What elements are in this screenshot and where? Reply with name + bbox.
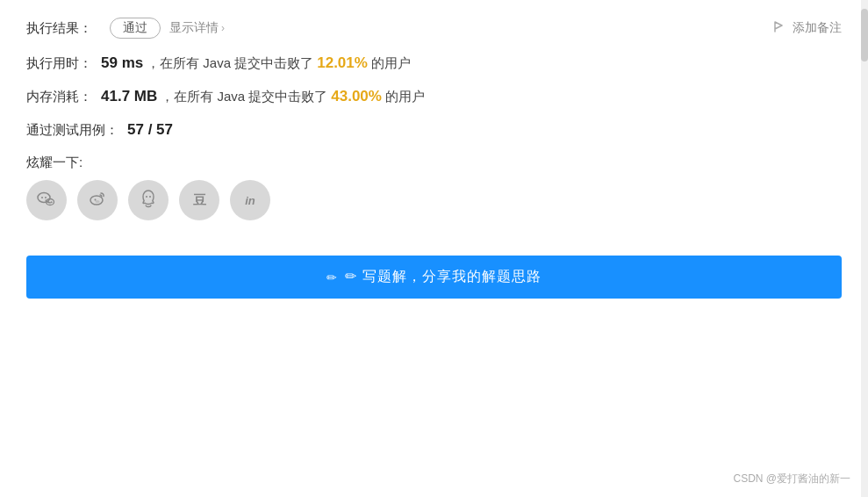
scrollbar-track[interactable] — [861, 0, 868, 497]
qq-share-button[interactable] — [128, 180, 169, 220]
execution-time-row: 执行用时： 59 ms ，在所有 Java 提交中击败了 12.01% 的用户 — [26, 54, 842, 72]
test-cases-row: 通过测试用例： 57 / 57 — [26, 121, 842, 139]
test-cases-value: 57 / 57 — [127, 121, 173, 139]
execution-time-value: 59 ms — [101, 54, 143, 72]
wechat-share-button[interactable] — [26, 180, 67, 220]
share-icons-row: 豆 in — [26, 180, 842, 220]
svg-point-10 — [149, 196, 151, 198]
svg-point-2 — [45, 197, 47, 198]
weibo-share-button[interactable] — [77, 180, 118, 220]
svg-point-5 — [51, 201, 53, 203]
memory-middle: ，在所有 Java 提交中击败了 — [161, 89, 327, 105]
add-note-text: 添加备注 — [793, 20, 842, 36]
douban-icon: 豆 — [193, 192, 206, 209]
memory-suffix: 的用户 — [385, 89, 425, 105]
footer-credit: CSDN @爱打酱油的新一 — [733, 472, 850, 486]
svg-point-4 — [48, 201, 50, 203]
wechat-icon — [37, 189, 56, 212]
svg-point-0 — [38, 192, 50, 202]
chevron-right-icon: › — [221, 22, 225, 34]
linkedin-share-button[interactable]: in — [230, 180, 270, 220]
show-detail-text: 显示详情 — [169, 20, 219, 36]
show-detail-link[interactable]: 显示详情 › — [169, 20, 225, 36]
result-left: 执行结果： 通过 显示详情 › — [26, 18, 225, 39]
memory-row: 内存消耗： 41.7 MB ，在所有 Java 提交中击败了 43.00% 的用… — [26, 88, 842, 105]
qq-icon — [140, 189, 157, 212]
svg-point-8 — [96, 200, 100, 203]
scrollbar-thumb[interactable] — [861, 9, 868, 61]
execution-result-label: 执行结果： — [26, 20, 92, 37]
pass-badge[interactable]: 通过 — [110, 18, 161, 39]
weibo-icon — [88, 189, 107, 212]
pencil-icon: ✏ — [326, 270, 338, 285]
svg-point-7 — [95, 198, 97, 200]
execution-time-middle: ，在所有 Java 提交中击败了 — [147, 55, 313, 72]
svg-point-9 — [146, 196, 147, 198]
memory-value: 41.7 MB — [101, 88, 157, 105]
share-label: 炫耀一下: — [26, 155, 842, 171]
svg-point-1 — [41, 197, 43, 198]
write-solution-button[interactable]: ✏ ✏ 写题解，分享我的解题思路 — [26, 256, 842, 299]
write-solution-label: ✏ 写题解，分享我的解题思路 — [345, 268, 541, 286]
flag-icon — [773, 21, 784, 35]
execution-time-pct: 12.01% — [317, 54, 368, 72]
douban-share-button[interactable]: 豆 — [179, 180, 219, 220]
linkedin-icon: in — [245, 194, 255, 207]
svg-point-6 — [90, 196, 103, 205]
execution-time-suffix: 的用户 — [371, 55, 411, 72]
memory-pct: 43.00% — [331, 88, 382, 105]
memory-label: 内存消耗： — [26, 89, 92, 105]
test-cases-label: 通过测试用例： — [26, 122, 118, 139]
add-note-button[interactable]: 添加备注 — [773, 20, 842, 36]
execution-result-row: 执行结果： 通过 显示详情 › 添加备注 — [26, 18, 842, 39]
execution-time-label: 执行用时： — [26, 55, 92, 72]
share-section: 炫耀一下: — [26, 155, 842, 220]
